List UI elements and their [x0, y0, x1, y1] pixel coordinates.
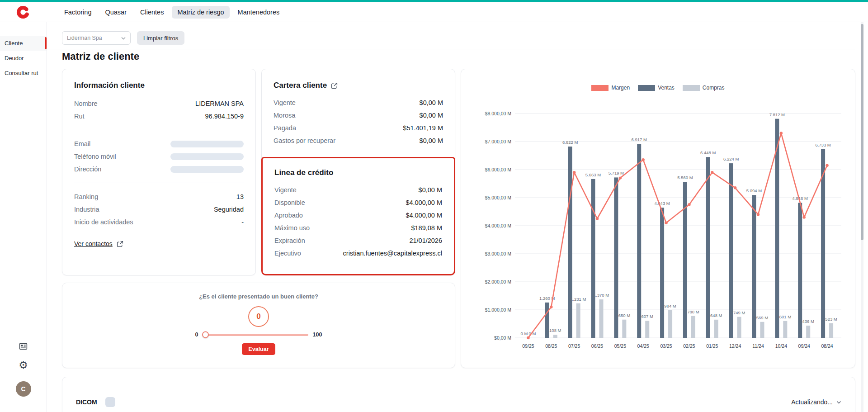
- settings-gear-icon[interactable]: ⚙: [19, 360, 28, 370]
- nav-item-quasar[interactable]: Quasar: [99, 6, 132, 19]
- svg-text:569 M: 569 M: [756, 315, 768, 320]
- main-content: Liderman Spa Limpiar filtros Matriz de c…: [47, 22, 868, 412]
- slider-max-label: 100: [313, 331, 322, 338]
- info-row-inicio-actividades: Inicio de actividades -: [74, 216, 244, 228]
- svg-text:6.733 M: 6.733 M: [815, 142, 830, 147]
- client-filter-select[interactable]: Liderman Spa: [62, 31, 131, 45]
- svg-text:7.812 M: 7.812 M: [769, 112, 785, 117]
- scrollbar-thumb[interactable]: [861, 24, 863, 240]
- dicom-card: DICOM Actualizando...: [62, 377, 855, 412]
- svg-text:5.663 M: 5.663 M: [585, 172, 601, 177]
- info-row-nombre: Nombre LIDERMAN SPA: [74, 97, 244, 110]
- svg-text:6.224 M: 6.224 M: [723, 156, 739, 161]
- divider: [47, 49, 855, 49]
- user-avatar[interactable]: C: [16, 381, 31, 397]
- dicom-label: DICOM: [76, 398, 97, 406]
- info-row-email: Email: [74, 137, 244, 150]
- svg-text:$4.000,00 M: $4.000,00 M: [485, 223, 511, 228]
- svg-text:$8.000,00 M: $8.000,00 M: [485, 111, 511, 116]
- legend-item-ventas: Ventas: [638, 85, 675, 91]
- svg-text:$5.000,00 M: $5.000,00 M: [485, 195, 511, 200]
- contacts-link-row: Ver contactos: [74, 240, 244, 247]
- svg-text:05/25: 05/25: [614, 343, 626, 349]
- linea-credito-highlight-box: Linea de crédito Vigente $0,00 M Disponi…: [261, 157, 455, 275]
- app-logo[interactable]: [16, 5, 30, 19]
- dicom-checkbox[interactable]: [105, 397, 115, 407]
- main-nav: Factoring Quasar Clientes Matriz de ries…: [59, 6, 285, 19]
- svg-text:08/25: 08/25: [545, 343, 557, 349]
- external-link-icon[interactable]: [331, 82, 338, 89]
- info-row-ranking: Ranking 13: [74, 190, 244, 203]
- svg-text:607 M: 607 M: [642, 314, 653, 319]
- sidebar-item-consultar-rut[interactable]: Consultar rut: [0, 66, 47, 81]
- svg-text:5.560 M: 5.560 M: [677, 175, 693, 180]
- svg-text:6.917 M: 6.917 M: [632, 137, 647, 142]
- linea-row-disponible: Disponible $4.000,00 M: [274, 196, 442, 209]
- svg-text:4.643 M: 4.643 M: [654, 201, 670, 206]
- svg-text:12/24: 12/24: [729, 343, 741, 349]
- chevron-down-icon: [836, 401, 841, 404]
- masked-value-pill: [170, 166, 244, 173]
- slider-min-label: 0: [195, 331, 198, 338]
- svg-text:$1.000,00 M: $1.000,00 M: [485, 307, 511, 313]
- svg-text:436 M: 436 M: [802, 319, 814, 324]
- score-circle: 0: [248, 306, 269, 327]
- sidebar-item-cliente[interactable]: Cliente: [0, 36, 47, 51]
- svg-text:650 M: 650 M: [618, 313, 630, 318]
- svg-text:1.231 M: 1.231 M: [571, 297, 586, 302]
- sidebar-item-deudor[interactable]: Deudor: [0, 51, 47, 66]
- linea-row-ejecutivo: Ejecutivo cristian.fuentes@capitalexpres…: [274, 247, 442, 260]
- cartera-row-morosa: Morosa $0,00 M: [274, 109, 443, 122]
- info-row-telefono: Teléfono móvil: [74, 150, 244, 163]
- info-row-direccion: Dirección: [74, 163, 244, 175]
- linea-row-vigente: Vigente $0,00 M: [274, 184, 442, 196]
- nav-item-mantenedores[interactable]: Mantenedores: [232, 6, 285, 19]
- svg-text:108 M: 108 M: [549, 328, 561, 333]
- cartera-title: Cartera cliente: [274, 81, 327, 90]
- legend-swatch-ventas: [638, 85, 655, 91]
- svg-text:5.094 M: 5.094 M: [746, 188, 762, 193]
- sidebar-bottom: ⚙ C: [0, 341, 47, 412]
- svg-text:$3.000,00 M: $3.000,00 M: [485, 251, 511, 256]
- top-navbar: Factoring Quasar Clientes Matriz de ries…: [0, 0, 868, 22]
- external-link-icon: [117, 241, 123, 247]
- slider-thumb[interactable]: [202, 331, 209, 338]
- ver-contactos-link[interactable]: Ver contactos: [74, 240, 113, 247]
- svg-text:601 M: 601 M: [779, 314, 791, 319]
- documents-icon[interactable]: [19, 341, 28, 351]
- svg-text:11/24: 11/24: [752, 343, 764, 349]
- nav-item-matriz-de-riesgo[interactable]: Matriz de riesgo: [172, 6, 229, 19]
- score-slider[interactable]: [203, 334, 308, 336]
- score-slider-row: 0 100: [62, 331, 455, 338]
- divider: [74, 130, 244, 130]
- capital-express-logo-icon: [16, 5, 30, 19]
- svg-text:984 M: 984 M: [664, 303, 676, 308]
- client-info-card: Información cliente Nombre LIDERMAN SPA …: [62, 69, 256, 275]
- svg-text:08/24: 08/24: [821, 343, 833, 349]
- linea-row-expiracion: Expiración 21/01/2026: [274, 234, 442, 247]
- evaluation-card: ¿Es el cliente presentado un buen client…: [62, 283, 455, 368]
- page-title: Matriz de cliente: [62, 51, 139, 62]
- bar-line-chart: $0,00 M$1.000,00 M$2.000,00 M$3.000,00 M…: [472, 95, 844, 357]
- dicom-status-dropdown[interactable]: Actualizando...: [791, 398, 841, 406]
- svg-text:09/24: 09/24: [798, 343, 810, 349]
- linea-row-aprobado: Aprobado $4.000,00 M: [274, 209, 442, 222]
- cartera-row-gastos: Gastos por recuperar $0,00 M: [274, 134, 443, 147]
- chart-legend: Margen Ventas Compras: [471, 85, 845, 91]
- nav-item-factoring[interactable]: Factoring: [59, 6, 97, 19]
- evaluation-question: ¿Es el cliente presentado un buen client…: [62, 293, 455, 300]
- svg-text:6.448 M: 6.448 M: [700, 150, 716, 155]
- cartera-row-pagada: Pagada $51.401,19 M: [274, 122, 443, 134]
- svg-text:04/25: 04/25: [637, 343, 649, 349]
- svg-text:523 M: 523 M: [825, 317, 837, 322]
- nav-item-clientes[interactable]: Clientes: [135, 6, 169, 19]
- evaluar-button[interactable]: Evaluar: [242, 343, 275, 355]
- svg-text:10/24: 10/24: [775, 343, 787, 349]
- cartera-row-vigente: Vigente $0,00 M: [274, 96, 443, 109]
- linea-credito-title: Linea de crédito: [274, 168, 442, 177]
- clear-filters-button[interactable]: Limpiar filtros: [137, 31, 184, 45]
- svg-text:$2.000,00 M: $2.000,00 M: [485, 279, 511, 284]
- legend-item-margen: Margen: [591, 85, 630, 91]
- left-sidebar: Cliente Deudor Consultar rut ⚙ C: [0, 22, 47, 412]
- info-row-rut: Rut 96.984.150-9: [74, 110, 244, 123]
